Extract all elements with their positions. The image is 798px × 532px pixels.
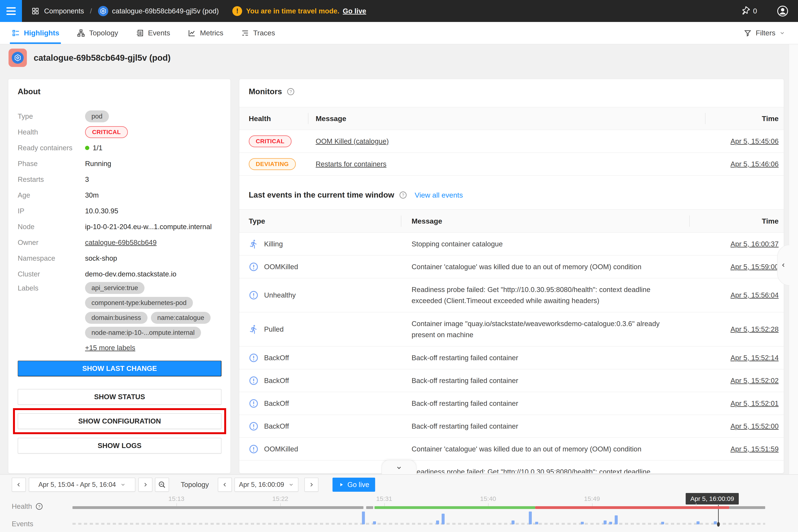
event-histogram-bar[interactable] <box>604 520 607 524</box>
tab-topology[interactable]: Topology <box>75 22 119 44</box>
health-badge: CRITICAL <box>85 126 128 138</box>
event-histogram-bar[interactable] <box>512 520 514 524</box>
help-icon[interactable]: ? <box>35 502 43 510</box>
runner-icon <box>249 239 259 249</box>
event-time-link[interactable]: Apr 5, 15:59:00 <box>730 263 779 271</box>
svg-text:?: ? <box>402 193 404 197</box>
field-owner: Ownercatalogue-69b58cb649 <box>8 235 230 250</box>
event-time-link[interactable]: Apr 5, 15:52:02 <box>730 377 779 385</box>
pin-icon[interactable] <box>739 4 752 18</box>
events-table-header: Type Message Time <box>239 209 784 233</box>
event-time-link[interactable]: Apr 5, 15:52:28 <box>730 325 779 334</box>
timeline-tick-label: 15:49 <box>584 495 600 502</box>
event-time-link[interactable]: Apr 5, 15:52:01 <box>730 399 779 407</box>
monitor-health-badge: CRITICAL <box>249 135 291 147</box>
event-histogram-bar[interactable] <box>362 512 365 524</box>
pin-count: 0 <box>753 7 757 15</box>
help-icon[interactable]: ? <box>399 191 407 199</box>
monitor-message-link[interactable]: OOM Killed (catalogue) <box>316 137 389 145</box>
expand-right-panel-button[interactable] <box>777 245 790 286</box>
event-message: Container 'catalogue' was killed due to … <box>412 443 676 455</box>
monitor-health-badge: DEVIATING <box>249 158 296 170</box>
column-divider <box>308 113 308 124</box>
page-title: catalogue-69b58cb649-gjl5v (pod) <box>34 53 171 63</box>
field-age: Age30m <box>8 187 230 203</box>
event-message: Back-off restarting failed container <box>412 352 676 363</box>
tab-highlights[interactable]: Highlights <box>10 22 60 44</box>
event-histogram-bar[interactable] <box>373 521 376 524</box>
col-time: Time <box>762 114 779 123</box>
event-time-link[interactable]: Apr 5, 15:52:14 <box>730 354 779 362</box>
field-type: Typepod <box>8 109 230 124</box>
event-time-link[interactable]: Apr 5, 16:00:37 <box>730 240 779 248</box>
alert-circle-icon <box>249 262 259 272</box>
alert-circle-icon <box>249 473 259 473</box>
event-type: BackOff <box>264 354 289 362</box>
monitor-row: CRITICAL OOM Killed (catalogue) Apr 5, 1… <box>239 130 784 153</box>
monitor-message-link[interactable]: Restarts for containers <box>316 160 386 168</box>
tab-events[interactable]: Events <box>134 22 171 44</box>
chevron-left-icon <box>780 262 787 269</box>
event-time-link[interactable]: Apr 5, 15:52:00 <box>730 422 779 430</box>
col-message: Message <box>316 114 346 123</box>
more-labels-link[interactable]: +15 more labels <box>85 342 135 354</box>
filter-funnel-icon <box>744 29 752 37</box>
hamburger-menu-button[interactable] <box>0 0 22 22</box>
timeline-tick-label: 15:40 <box>480 495 496 502</box>
event-histogram-bar[interactable] <box>436 520 439 524</box>
monitor-time-link[interactable]: Apr 5, 15:46:06 <box>730 160 779 168</box>
monitor-time-link[interactable]: Apr 5, 15:45:06 <box>730 137 779 145</box>
type-badge: pod <box>85 110 109 122</box>
timeline-track[interactable]: Apr 5, 16:00:09 15:1315:2215:3115:4015:4… <box>73 475 765 532</box>
filters-button[interactable]: Filters <box>744 22 785 44</box>
event-row: BackOff Back-off restarting failed conta… <box>239 346 784 369</box>
alert-circle-icon <box>249 353 259 363</box>
collapse-timeline-button[interactable] <box>381 460 417 475</box>
health-axis-label: Health ? <box>12 502 43 511</box>
page-title-row: catalogue-69b58cb649-gjl5v (pod) <box>8 49 171 67</box>
metrics-icon <box>188 29 196 37</box>
events-icon <box>136 29 144 37</box>
tab-traces[interactable]: Traces <box>240 22 277 44</box>
field-node: Nodeip-10-0-21-204.eu-w...1.compute.inte… <box>8 219 230 235</box>
chevron-down-icon <box>395 464 403 472</box>
range-prev-button[interactable] <box>12 478 26 492</box>
event-histogram-bar[interactable] <box>529 512 532 524</box>
event-row: Pulled Container image "quay.io/stacksta… <box>239 312 784 346</box>
col-message: Message <box>412 217 442 225</box>
event-histogram-bar[interactable] <box>581 522 584 524</box>
event-histogram-bar[interactable] <box>661 522 664 524</box>
field-restarts: Restarts3 <box>8 172 230 187</box>
event-histogram-bar[interactable] <box>535 522 538 524</box>
show-logs-button[interactable]: SHOW LOGS <box>18 438 222 454</box>
ready-status-dot <box>85 146 89 150</box>
tab-metrics[interactable]: Metrics <box>186 22 225 44</box>
event-histogram-bar[interactable] <box>714 521 717 524</box>
pod-icon <box>98 6 108 16</box>
event-row: Unhealthy Readiness probe failed: Get "h… <box>239 278 784 312</box>
event-histogram-bar[interactable] <box>609 522 612 524</box>
go-live-link[interactable]: Go live <box>343 7 366 15</box>
chevron-down-icon <box>779 30 785 36</box>
show-status-button[interactable]: SHOW STATUS <box>18 389 222 405</box>
tab-label: Topology <box>89 29 118 37</box>
event-message: Stopping container catalogue <box>412 239 676 250</box>
user-avatar[interactable] <box>777 5 788 17</box>
view-all-events-link[interactable]: View all events <box>415 191 463 199</box>
owner-link[interactable]: catalogue-69b58cb649 <box>85 239 157 247</box>
time-marker-handle[interactable] <box>717 522 720 527</box>
event-row: Unhealthy Readiness probe failed: Get "h… <box>239 461 784 473</box>
field-labels: Labels api_service:true component-type:k… <box>8 282 230 354</box>
event-time-link[interactable]: Apr 5, 15:56:04 <box>730 291 779 299</box>
event-time-link[interactable]: Apr 5, 15:51:59 <box>730 445 779 453</box>
help-icon[interactable]: ? <box>287 88 295 96</box>
breadcrumb-components[interactable]: Components <box>44 7 84 15</box>
show-last-change-button[interactable]: SHOW LAST CHANGE <box>18 361 222 376</box>
alert-circle-icon <box>249 376 259 385</box>
event-histogram-bar[interactable] <box>697 521 700 524</box>
breadcrumb-component-name[interactable]: catalogue-69b58cb649-gjl5v (pod) <box>112 7 219 15</box>
event-histogram-bar[interactable] <box>615 515 618 524</box>
field-cluster: Clusterdemo-dev.demo.stackstate.io <box>8 266 230 282</box>
show-configuration-button[interactable]: SHOW CONFIGURATION <box>18 413 222 429</box>
event-histogram-bar[interactable] <box>442 514 444 524</box>
